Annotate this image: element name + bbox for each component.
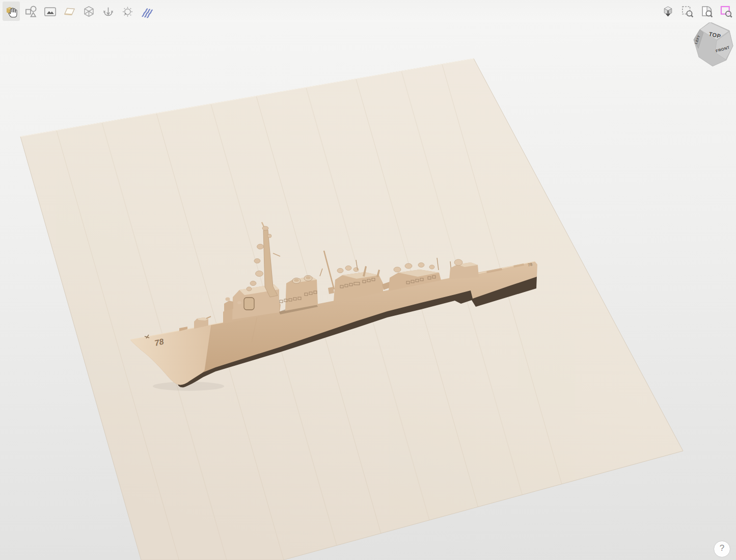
- view-cube[interactable]: TOP FRONT LEFT: [693, 21, 736, 69]
- vector-shapes-tool-button[interactable]: [22, 2, 39, 21]
- datum-tool-button[interactable]: [99, 2, 117, 21]
- isometric-view-button[interactable]: [659, 2, 676, 21]
- zoom-material-icon: [719, 5, 733, 18]
- image-icon: [43, 5, 57, 18]
- anchor-arrow-icon: [101, 5, 115, 18]
- wireframe-cube-icon: [82, 5, 96, 18]
- dashed-circle-icon: [121, 5, 134, 18]
- toolbar: [0, 0, 736, 22]
- zoom-drawing-button[interactable]: [698, 2, 715, 21]
- viewport-3d[interactable]: 78 78: [0, 0, 736, 560]
- shapes-icon: [24, 5, 38, 18]
- rotation-point-tool-button[interactable]: [119, 2, 136, 21]
- cad-3d-preview-window: 78 78: [0, 0, 736, 560]
- zoom-page-icon: [700, 5, 714, 18]
- sheet-icon: [63, 5, 76, 18]
- cube-hand-icon: [5, 5, 18, 18]
- select-pan-tool-button[interactable]: [3, 2, 20, 21]
- zoom-selection-button[interactable]: [678, 2, 696, 21]
- help-button[interactable]: ?: [714, 541, 730, 557]
- view-cube-gizmo[interactable]: TOP FRONT LEFT: [693, 21, 736, 69]
- toolbar-left-group: [0, 2, 155, 21]
- model-3d-tool-button[interactable]: [80, 2, 97, 21]
- zoom-material-button[interactable]: [717, 2, 734, 21]
- waves-icon: [140, 5, 154, 18]
- zoom-selection-icon: [680, 5, 694, 18]
- image-tool-button[interactable]: [41, 2, 59, 21]
- material-sheet-tool-button[interactable]: [61, 2, 78, 21]
- texture-tool-button[interactable]: [138, 2, 155, 21]
- cube-down-arrow-icon: [661, 5, 675, 18]
- toolbar-right-group: [659, 2, 736, 21]
- viewport-canvas[interactable]: 78 78: [0, 0, 736, 560]
